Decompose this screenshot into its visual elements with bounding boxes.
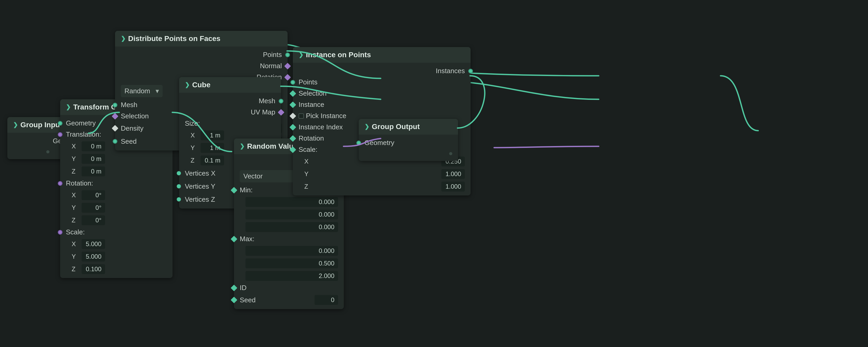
cube-z-value[interactable]: 0.1 m xyxy=(200,155,224,165)
tg-scale-row: Scale: xyxy=(60,226,173,238)
tg-trans-x-value[interactable]: 0 m xyxy=(82,141,105,151)
rv-max-label: Max: xyxy=(240,235,254,243)
dp-mesh-socket xyxy=(113,103,117,107)
tg-scale-x[interactable]: X 5.000 xyxy=(60,238,173,250)
tg-rot-z-label: Z xyxy=(72,217,80,224)
tg-rot-x[interactable]: X 0° xyxy=(60,189,173,201)
group-output-node: ❯ Group Output Geometry xyxy=(359,119,458,161)
tg-rot-z-value[interactable]: 0° xyxy=(82,215,105,225)
tg-rotation-row: Rotation: xyxy=(60,178,173,189)
instance-on-points-title: Instance on Points xyxy=(306,51,371,59)
iop-scale-x-label: X xyxy=(304,158,312,165)
tg-scale-z-value[interactable]: 0.100 xyxy=(82,264,105,274)
dp-normal-row: Normal xyxy=(115,60,287,72)
cube-y-value[interactable]: 1 m xyxy=(200,143,224,153)
tg-scale-y-value[interactable]: 5.000 xyxy=(82,252,105,261)
cube-z-label: Z xyxy=(191,157,198,164)
tg-trans-z-value[interactable]: 0 m xyxy=(82,166,105,177)
cube-title: Cube xyxy=(192,81,211,89)
iop-scale-y-value[interactable]: 1.000 xyxy=(441,169,465,179)
cube-x-label: X xyxy=(191,132,198,139)
rv-seed-row[interactable]: Seed 0 xyxy=(234,293,344,307)
rv-max-x[interactable]: 0.000 xyxy=(234,245,344,257)
cube-vy-label: Vertices Y xyxy=(185,182,215,190)
iop-scale-y-label: Y xyxy=(304,170,312,178)
chevron-icon-5: ❯ xyxy=(240,143,244,150)
rv-min-y-value[interactable]: 0.000 xyxy=(246,210,338,220)
chevron-icon-3: ❯ xyxy=(121,35,125,42)
cube-vx-socket xyxy=(177,171,181,175)
dp-mode-dropdown[interactable]: Random ▾ xyxy=(121,85,163,97)
cube-mesh-out-socket xyxy=(279,99,283,103)
cube-x-value[interactable]: 1 m xyxy=(200,130,224,140)
tg-scale-z-label: Z xyxy=(72,265,80,273)
rv-seed-socket xyxy=(230,296,237,303)
group-output-title: Group Output xyxy=(372,123,420,131)
cube-mesh-out-row: Mesh xyxy=(179,95,281,106)
cube-vx-label: Vertices X xyxy=(185,169,215,178)
iop-selection-row: Selection xyxy=(293,88,471,99)
tg-geometry-socket xyxy=(58,121,62,126)
iop-instance-socket xyxy=(289,101,296,108)
tg-rot-z[interactable]: Z 0° xyxy=(60,214,173,226)
distribute-points-header: ❯ Distribute Points on Faces xyxy=(115,31,287,46)
rv-max-y-value[interactable]: 0.500 xyxy=(246,258,338,269)
tg-rot-y-label: Y xyxy=(72,204,80,211)
tg-trans-z-label: Z xyxy=(72,168,80,175)
cube-vz-label: Vertices Z xyxy=(185,195,215,203)
iop-points-socket xyxy=(290,80,295,85)
chevron-icon-4: ❯ xyxy=(185,82,190,88)
rv-min-x-value[interactable]: 0.000 xyxy=(246,197,338,207)
iop-instances-label: Instances xyxy=(436,67,465,75)
cube-vz-socket xyxy=(177,197,181,201)
iop-index-socket xyxy=(289,124,296,130)
iop-scale-label: Scale: xyxy=(299,146,317,154)
tg-scale-x-value[interactable]: 5.000 xyxy=(82,239,105,249)
iop-points-row: Points xyxy=(293,76,471,88)
distribute-points-title: Distribute Points on Faces xyxy=(128,34,220,43)
iop-scale-z[interactable]: Z 1.000 xyxy=(293,180,471,193)
iop-pick-socket xyxy=(289,113,296,119)
iop-scale-y[interactable]: Y 1.000 xyxy=(293,168,471,180)
tg-trans-y-label: Y xyxy=(72,155,80,162)
rv-min-y[interactable]: 0.000 xyxy=(234,208,344,221)
cube-size-label: Size: xyxy=(185,119,200,127)
dp-seed-socket xyxy=(113,139,117,144)
tg-rot-x-label: X xyxy=(72,192,80,199)
tg-scale-z[interactable]: Z 0.100 xyxy=(60,263,173,275)
chevron-icon-7: ❯ xyxy=(365,123,369,130)
group-output-dot xyxy=(359,149,458,158)
tg-rot-x-value[interactable]: 0° xyxy=(82,190,105,200)
rv-type-value: Vector xyxy=(243,172,263,180)
chevron-icon-2: ❯ xyxy=(66,104,70,111)
tg-rot-y[interactable]: Y 0° xyxy=(60,201,173,214)
rv-max-y[interactable]: 0.500 xyxy=(234,257,344,270)
rv-min-z-value[interactable]: 0.000 xyxy=(246,222,338,232)
dp-seed-label: Seed xyxy=(121,137,137,146)
rv-seed-value[interactable]: 0 xyxy=(314,295,338,305)
rv-seed-label: Seed xyxy=(240,296,256,304)
tg-trans-y[interactable]: Y 0 m xyxy=(60,153,173,165)
cube-size-label-row: Size: xyxy=(179,118,281,129)
rv-max-z-value[interactable]: 2.000 xyxy=(246,271,338,281)
iop-instance-label: Instance xyxy=(299,101,324,109)
rv-max-row: Max: xyxy=(234,233,344,245)
dp-points-label: Points xyxy=(263,51,282,59)
dp-points-row: Points xyxy=(115,49,287,60)
tg-scale-x-label: X xyxy=(72,241,80,248)
tg-scale-y[interactable]: Y 5.000 xyxy=(60,250,173,263)
iop-scale-z-value[interactable]: 1.000 xyxy=(441,182,465,192)
rv-max-x-value[interactable]: 0.000 xyxy=(246,246,338,256)
dp-points-socket xyxy=(285,53,290,57)
instance-on-points-header: ❯ Instance on Points xyxy=(293,47,471,63)
tg-trans-x-label: X xyxy=(72,143,80,150)
tg-trans-z[interactable]: Z 0 m xyxy=(60,165,173,178)
rv-min-z[interactable]: 0.000 xyxy=(234,221,344,233)
cube-uvmap-label: UV Map xyxy=(251,108,275,116)
rv-max-socket xyxy=(230,236,237,242)
tg-rot-y-value[interactable]: 0° xyxy=(82,203,105,213)
iop-pick-checkbox[interactable] xyxy=(299,114,304,119)
tg-trans-y-value[interactable]: 0 m xyxy=(82,154,105,164)
rv-max-z[interactable]: 2.000 xyxy=(234,270,344,282)
rv-min-x[interactable]: 0.000 xyxy=(234,196,344,208)
